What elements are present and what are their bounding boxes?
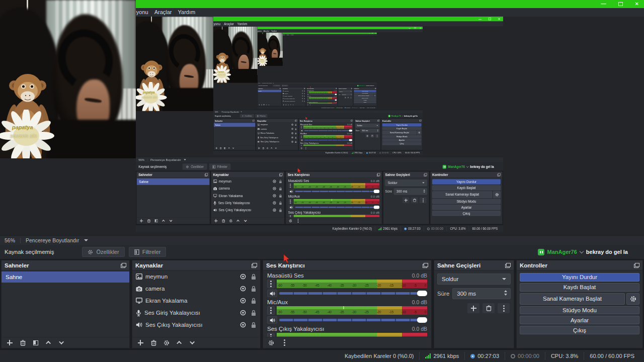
controls-header[interactable]: Kontroller xyxy=(381,119,422,123)
lock-icon[interactable] xyxy=(251,322,257,328)
transition-menu-button[interactable] xyxy=(375,134,379,138)
lock-icon[interactable] xyxy=(304,95,305,97)
maximize-icon[interactable] xyxy=(618,2,623,6)
move-scene-down-button[interactable] xyxy=(232,146,235,149)
stream-account[interactable]: ManAger76 bekray do gel la xyxy=(357,85,374,86)
popout-icon[interactable] xyxy=(336,88,337,89)
popout-icon[interactable] xyxy=(205,173,208,176)
eye-icon[interactable] xyxy=(291,128,294,130)
popout-icon[interactable] xyxy=(279,173,282,176)
popout-icon[interactable] xyxy=(498,173,501,176)
spin-down-icon[interactable] xyxy=(423,192,425,193)
remove-source-button[interactable] xyxy=(262,146,265,149)
spin-up-icon[interactable] xyxy=(423,190,425,191)
add-scene-button[interactable] xyxy=(258,104,260,106)
properties-button[interactable]: Özellikler xyxy=(82,247,124,257)
properties-button[interactable]: Özellikler xyxy=(240,114,254,118)
eye-icon[interactable] xyxy=(291,124,294,126)
eye-icon[interactable] xyxy=(239,298,247,304)
popout-icon[interactable] xyxy=(121,263,126,268)
virtual-camera-settings-button[interactable] xyxy=(374,95,376,97)
channel-menu-button[interactable] xyxy=(267,306,275,315)
popout-icon[interactable] xyxy=(280,88,281,89)
sources-header[interactable]: Kaynaklar xyxy=(132,260,260,270)
start-virtual-camera-button[interactable]: Sanal Kamerayı Başlat xyxy=(354,95,373,97)
mixer-menu-button[interactable] xyxy=(304,146,307,149)
exit-button[interactable]: Çıkış xyxy=(382,142,421,145)
start-virtual-camera-button[interactable]: Sanal Kamerayı Başlat xyxy=(520,293,625,305)
add-transition-button[interactable] xyxy=(344,97,346,99)
lock-icon[interactable] xyxy=(251,274,257,280)
remove-transition-button[interactable] xyxy=(482,303,495,313)
menu-tools[interactable]: Araçlar xyxy=(222,22,235,27)
close-icon[interactable]: ✕ xyxy=(635,2,639,7)
menu-help[interactable]: Yardım xyxy=(175,8,199,17)
popout-icon[interactable] xyxy=(304,88,305,89)
channel-menu-button[interactable] xyxy=(300,135,303,138)
maximize-icon[interactable] xyxy=(489,18,491,20)
source-item-meymun[interactable]: meymun xyxy=(211,178,284,185)
add-source-button[interactable] xyxy=(283,104,285,106)
remove-scene-button[interactable] xyxy=(18,338,28,347)
popout-icon[interactable] xyxy=(420,120,422,122)
channel-menu-button[interactable] xyxy=(300,126,303,129)
slider-handle[interactable] xyxy=(335,100,337,101)
add-source-button[interactable] xyxy=(257,146,261,149)
move-source-down-button[interactable] xyxy=(243,218,249,224)
lock-icon[interactable] xyxy=(295,132,297,135)
popout-icon[interactable] xyxy=(423,263,428,268)
stream-account[interactable]: ManAger76 bekray do gel la xyxy=(442,165,494,169)
spin-down-icon[interactable] xyxy=(504,294,507,296)
close-icon[interactable]: ✕ xyxy=(498,18,500,21)
eye-icon[interactable] xyxy=(239,310,247,316)
eye-icon[interactable] xyxy=(272,194,276,198)
exit-button[interactable]: Çıkış xyxy=(520,326,639,334)
popout-icon[interactable] xyxy=(351,88,352,89)
scene-item-selected[interactable]: Sahne xyxy=(137,178,210,185)
spinner-arrows[interactable] xyxy=(504,290,507,296)
source-item-audio-output[interactable]: Ses Çıkış Yakalayıcısı xyxy=(211,207,284,214)
advanced-audio-button[interactable] xyxy=(300,146,303,149)
eye-icon[interactable] xyxy=(302,101,303,102)
source-item-screen-capture[interactable]: Ekran Yakalama xyxy=(132,295,260,307)
source-item-audio-output[interactable]: Ses Çıkış Yakalayıcısı xyxy=(282,100,306,102)
remove-scene-button[interactable] xyxy=(219,146,222,149)
menu-help[interactable]: Yardım xyxy=(235,22,249,27)
transition-select[interactable]: Soldur xyxy=(437,274,511,285)
remove-source-button[interactable] xyxy=(285,104,287,106)
slider-handle[interactable] xyxy=(335,94,337,95)
volume-slider[interactable] xyxy=(309,99,337,101)
scale-to-window-label[interactable]: Pencereye Boyutlandır xyxy=(262,82,272,84)
move-source-up-button[interactable] xyxy=(175,338,185,347)
popout-icon[interactable] xyxy=(377,173,380,176)
volume-slider[interactable] xyxy=(304,129,352,132)
remove-transition-button[interactable] xyxy=(347,97,349,99)
transitions-header[interactable]: Sahne Geçişleri xyxy=(383,172,429,178)
start-recording-button[interactable]: Kaydı Başlat xyxy=(520,283,639,292)
lock-icon[interactable] xyxy=(304,93,305,94)
lock-icon[interactable] xyxy=(279,194,282,198)
transition-select[interactable]: Soldur xyxy=(385,179,427,186)
source-item-audio-output[interactable]: Ses Çıkış Yakalayıcısı xyxy=(132,319,260,331)
lock-icon[interactable] xyxy=(279,201,282,205)
transitions-header[interactable]: Sahne Geçişleri xyxy=(434,260,514,270)
scenes-header[interactable]: Sahneler xyxy=(214,119,256,123)
eye-icon[interactable] xyxy=(302,98,303,100)
popout-icon[interactable] xyxy=(424,173,427,176)
scene-filters-button[interactable] xyxy=(153,218,159,224)
add-transition-button[interactable] xyxy=(467,303,479,313)
add-scene-button[interactable] xyxy=(138,218,144,224)
add-source-button[interactable] xyxy=(135,338,145,347)
duration-spinner[interactable]: 300 ms xyxy=(342,94,352,96)
move-scene-up-button[interactable] xyxy=(266,104,268,106)
scale-to-window-label[interactable]: Pencereye Boyutlandır xyxy=(150,158,181,161)
scene-item-selected[interactable]: Sahne xyxy=(214,123,256,127)
settings-button[interactable]: Ayarlar xyxy=(354,99,376,101)
add-scene-button[interactable] xyxy=(215,146,218,149)
eye-icon[interactable] xyxy=(291,132,294,134)
stream-account[interactable]: ManAger76 bekray do gel la xyxy=(538,249,628,255)
move-source-up-button[interactable] xyxy=(290,104,292,106)
remove-source-button[interactable] xyxy=(220,218,226,224)
volume-slider[interactable] xyxy=(295,205,380,210)
advanced-audio-button[interactable] xyxy=(307,104,309,106)
